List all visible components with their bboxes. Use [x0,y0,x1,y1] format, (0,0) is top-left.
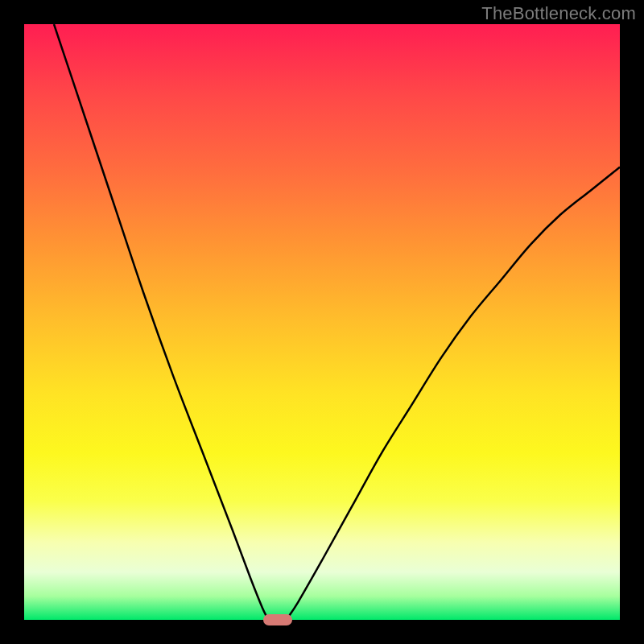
curve-layer [24,24,620,620]
plot-area [24,24,620,620]
minimum-marker [263,614,292,625]
left-branch-curve [54,24,268,620]
chart-container: TheBottleneck.com [0,0,644,644]
watermark-text: TheBottleneck.com [481,3,636,24]
right-branch-curve [287,167,620,620]
